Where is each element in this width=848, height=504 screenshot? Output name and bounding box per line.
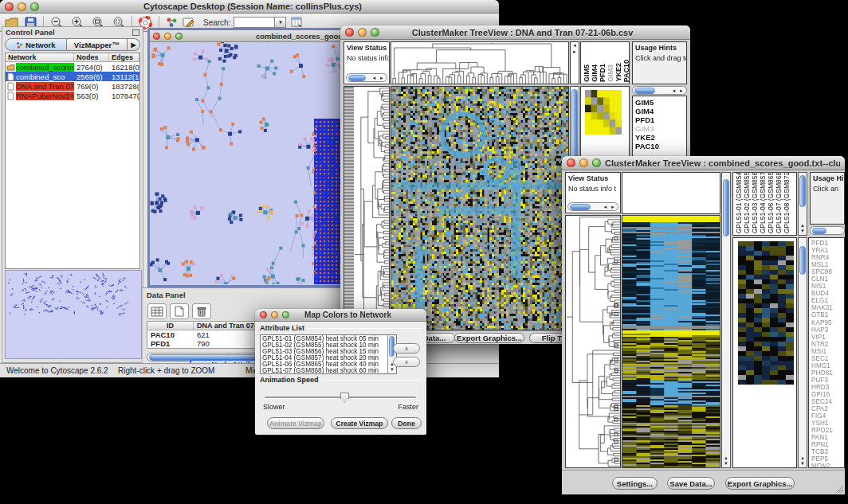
- main-titlebar[interactable]: Cytoscape Desktop (Session Name: collins…: [0, 0, 499, 14]
- gene-list-item[interactable]: YRA1: [811, 247, 844, 254]
- export-graphics-button[interactable]: Export Graphics...: [454, 333, 524, 343]
- view-status-hscrollbar[interactable]: ◄ ►: [346, 73, 387, 82]
- gene-list-item[interactable]: MON2: [811, 463, 844, 468]
- tv2-titlebar[interactable]: ClusterMaker TreeView : combined_scores_…: [562, 156, 845, 170]
- gene-list-item[interactable]: FIG4: [811, 412, 844, 420]
- dendrogram-scroll-strip[interactable]: ◄►: [570, 41, 579, 84]
- minimize-button[interactable]: [579, 158, 588, 167]
- gene-list-item[interactable]: YKE2: [635, 133, 686, 142]
- zoom-view-vscrollbar[interactable]: ▲▼: [798, 237, 807, 468]
- network-row[interactable]: RNAPuberNov2+563(0)107847(0): [6, 91, 139, 100]
- save-data-button[interactable]: Save Data...: [667, 477, 715, 490]
- zoom-window-button[interactable]: [282, 311, 289, 318]
- scroll-thumb[interactable]: [634, 88, 655, 94]
- frame-zoom-button[interactable]: [175, 33, 183, 40]
- tab-overflow-arrow[interactable]: ▶: [128, 38, 140, 51]
- column-dendrogram-canvas[interactable]: [391, 42, 568, 84]
- resize-grip[interactable]: [834, 484, 844, 494]
- gene-list-item[interactable]: PFD1: [635, 115, 686, 124]
- export-graphics-button[interactable]: Export Graphics...: [725, 477, 795, 490]
- search-dropdown-button[interactable]: ▼: [275, 17, 286, 28]
- view-status-hscrollbar[interactable]: ◄ ►: [567, 202, 618, 211]
- network-row[interactable]: combined_sco2569(6)13112(15): [6, 72, 139, 81]
- gene-list-item[interactable]: ELG1: [811, 297, 844, 304]
- column-label[interactable]: GIM3: [607, 64, 614, 82]
- gene-list-item[interactable]: HMG1: [811, 362, 844, 369]
- gene-list-item[interactable]: CLN1: [811, 275, 844, 283]
- zoom-heatmap-canvas[interactable]: [738, 241, 794, 385]
- gene-list-item[interactable]: YSH1: [811, 420, 844, 427]
- animate-vizmap-button[interactable]: Animate Vizmap: [267, 417, 324, 429]
- gene-list-item[interactable]: SPC98: [811, 268, 844, 275]
- column-label[interactable]: YKE2: [615, 63, 622, 82]
- gene-list-item[interactable]: SEC24: [811, 398, 844, 405]
- move-up-button[interactable]: ∧: [393, 343, 420, 354]
- gene-list-item[interactable]: PHO81: [811, 369, 844, 377]
- scroll-arrows[interactable]: ▲▼: [799, 455, 807, 467]
- gene-list-item[interactable]: NIS1: [811, 283, 844, 290]
- scroll-arrows[interactable]: ▲▼: [722, 455, 730, 467]
- column-label[interactable]: GIM5: [583, 64, 591, 82]
- scroll-thumb[interactable]: [570, 204, 591, 210]
- heatmap-canvas[interactable]: [622, 216, 720, 467]
- birds-eye-canvas[interactable]: [6, 271, 141, 358]
- select-attributes-button[interactable]: [147, 303, 167, 319]
- column-label[interactable]: GPL51-01 (GSM854): [736, 172, 743, 233]
- column-label[interactable]: PFD1: [599, 64, 607, 82]
- zoom-window-button[interactable]: [592, 158, 601, 167]
- column-label[interactable]: GPL51-06 (GSM865): [768, 172, 775, 233]
- usage-hscrollbar[interactable]: [810, 226, 845, 235]
- new-attribute-button[interactable]: [170, 303, 189, 319]
- minimize-button[interactable]: [18, 2, 26, 11]
- scroll-arrows[interactable]: ▲▼: [799, 223, 807, 234]
- row-dendrogram-canvas[interactable]: [566, 216, 620, 467]
- gene-list-item[interactable]: KAP95: [811, 319, 844, 326]
- tab-network[interactable]: Network: [5, 38, 67, 51]
- gene-list-item[interactable]: PFD1: [811, 240, 844, 247]
- gene-list-item[interactable]: RNR4: [811, 254, 844, 261]
- column-label[interactable]: GPL51-03 (GSM856): [752, 172, 759, 233]
- birds-eye-view[interactable]: [5, 270, 142, 359]
- gene-list-item[interactable]: GIM3: [635, 124, 686, 133]
- close-button[interactable]: [567, 158, 575, 167]
- gene-list-item[interactable]: PAN1: [811, 434, 844, 441]
- frame-close-button[interactable]: [153, 33, 160, 40]
- float-panel-icon[interactable]: [132, 29, 139, 36]
- attribute-list-item[interactable]: GPL51-07 (GSM868) heat shock 60 min: [262, 368, 396, 374]
- zoom-window-button[interactable]: [30, 2, 39, 11]
- close-button[interactable]: [260, 311, 267, 318]
- gene-list-item[interactable]: PAC10: [635, 142, 686, 150]
- scroll-arrows[interactable]: ◄ ►: [671, 88, 686, 93]
- zoom-window-button[interactable]: [371, 28, 379, 37]
- gene-list-item[interactable]: GPI16: [811, 391, 844, 398]
- gene-list-item[interactable]: MSL1: [811, 261, 844, 268]
- zoom-heatmap-canvas[interactable]: [585, 90, 622, 135]
- network-row[interactable]: combined_scores2764(0)16218(0): [6, 62, 139, 72]
- gene-list-item[interactable]: GIM5: [635, 98, 686, 107]
- gene-list-item[interactable]: MAK31: [811, 304, 844, 311]
- animation-speed-slider[interactable]: [265, 397, 416, 399]
- column-labels-vscrollbar[interactable]: ▲▼: [798, 172, 807, 236]
- gene-list-item[interactable]: GIM4: [635, 107, 686, 115]
- scroll-arrows[interactable]: ◄ ►: [371, 76, 387, 80]
- column-label[interactable]: GPL51-04 (GSM857): [760, 172, 767, 233]
- gene-list-item[interactable]: HRD3: [811, 384, 844, 391]
- close-button[interactable]: [5, 2, 14, 11]
- column-dendrogram-panel[interactable]: [622, 172, 720, 214]
- scroll-thumb[interactable]: [799, 246, 806, 275]
- delete-attribute-button[interactable]: [192, 303, 211, 319]
- gene-list-item[interactable]: PEP5: [811, 455, 844, 463]
- scroll-thumb[interactable]: [799, 175, 806, 207]
- gene-list-item[interactable]: NTR2: [811, 341, 844, 348]
- gene-list-item[interactable]: GTB1: [811, 311, 844, 318]
- settings-button[interactable]: Settings...: [612, 477, 658, 490]
- column-label[interactable]: PAC10: [623, 60, 630, 82]
- move-down-button[interactable]: ∨: [393, 357, 420, 367]
- gene-list-item[interactable]: HAP3: [811, 326, 844, 334]
- gene-list-item[interactable]: RPN1: [811, 441, 844, 448]
- search-input[interactable]: [234, 17, 275, 28]
- gene-list-item[interactable]: MSI1: [811, 348, 844, 355]
- gene-list-item[interactable]: CPA2: [811, 405, 844, 412]
- tv1-titlebar[interactable]: ClusterMaker TreeView : DNA and Tran 07-…: [340, 25, 690, 40]
- scroll-thumb[interactable]: [348, 75, 366, 81]
